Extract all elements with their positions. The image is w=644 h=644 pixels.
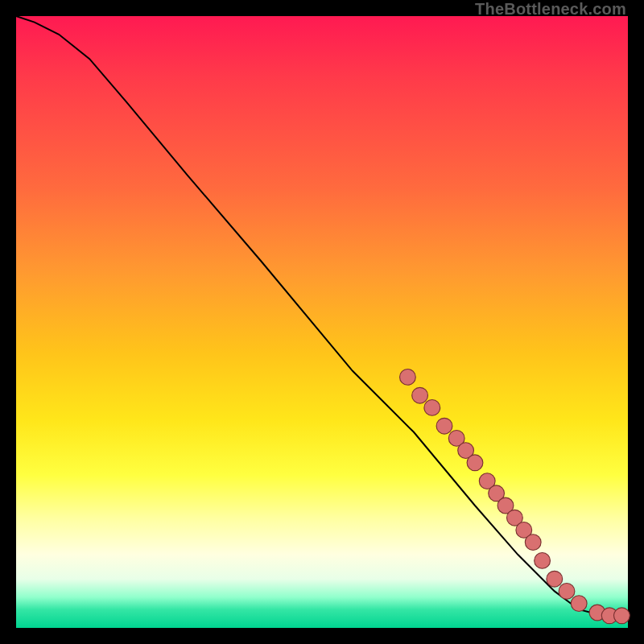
highlight-point (559, 584, 575, 600)
highlight-point (467, 455, 483, 471)
watermark-text: TheBottleneck.com (475, 0, 626, 19)
highlight-point (614, 608, 630, 624)
highlight-point (412, 387, 428, 403)
highlight-point (525, 535, 541, 551)
chart-svg (16, 16, 628, 628)
highlight-points-group (400, 369, 630, 624)
highlight-point (547, 571, 563, 587)
highlight-point (571, 596, 587, 612)
highlight-point (424, 400, 440, 416)
highlight-point (436, 418, 452, 434)
bottleneck-curve (16, 16, 628, 616)
highlight-point (535, 553, 551, 569)
chart-frame: TheBottleneck.com (0, 0, 644, 644)
highlight-point (400, 369, 416, 386)
